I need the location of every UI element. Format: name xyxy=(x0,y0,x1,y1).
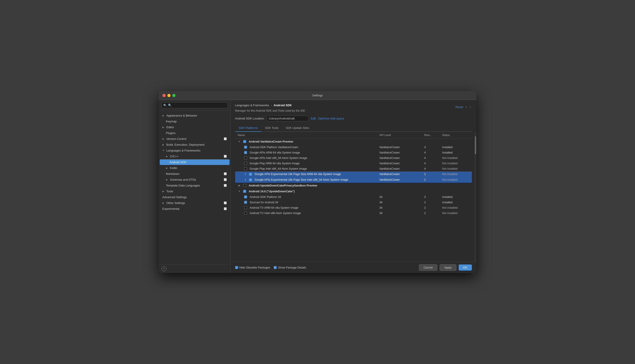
row-checkbox[interactable] xyxy=(244,206,247,209)
table-row[interactable]: Sources for Android 34 34 2 Installed xyxy=(235,200,472,205)
sidebar-item-label: Plugins xyxy=(166,131,176,135)
row-name-text: Android SDK Platform 34 xyxy=(250,196,281,198)
sidebar-item-experimental[interactable]: Experimental ⬜ xyxy=(160,206,229,212)
optimize-disk-button[interactable]: Optimize disk space xyxy=(318,117,344,120)
row-api: VanillaIceCream xyxy=(380,178,424,181)
titlebar: Settings xyxy=(159,91,476,100)
table-row[interactable]: Android TV ARM 64 v8a System Image 34 2 … xyxy=(235,205,472,210)
group-row[interactable]: ▼ Android 14.0 ("UpsideDownCake") xyxy=(235,188,472,194)
row-checkbox[interactable] xyxy=(244,162,247,165)
sidebar-item-languages[interactable]: ▼ Languages & Frameworks xyxy=(160,148,229,153)
col-status: Status xyxy=(442,134,469,137)
window-title: Settings xyxy=(312,94,323,97)
close-button[interactable] xyxy=(162,94,166,97)
tab-sdk-tools[interactable]: SDK Tools xyxy=(261,124,282,132)
sidebar-item-other-settings[interactable]: ▶ Other Settings ⬜ xyxy=(160,200,229,206)
cancel-button[interactable]: Cancel xyxy=(419,264,437,271)
row-rev: 2 xyxy=(424,206,442,209)
sidebar-item-label: Build, Execution, Deployment xyxy=(166,143,205,146)
sidebar-item-kotlin[interactable]: ▶ Kotlin xyxy=(160,165,229,171)
sidebar-item-label: Android SDK xyxy=(170,160,186,164)
sidebar-item-appearance[interactable]: ▶ Appearance & Behavior xyxy=(160,113,229,118)
sidebar-item-keymap[interactable]: Keymap xyxy=(160,118,229,124)
table-row[interactable]: Google APIs Intel x86_64 Atom System Ima… xyxy=(235,155,472,161)
sidebar-item-plugins[interactable]: Plugins xyxy=(160,130,229,136)
group-row[interactable]: ▶ Android UpsideDownCakePrivacySandbox P… xyxy=(235,183,472,188)
scrollbar-thumb[interactable] xyxy=(475,136,476,154)
tab-sdk-update-sites[interactable]: SDK Update Sites xyxy=(282,124,313,132)
sidebar-item-label: Languages & Frameworks xyxy=(166,149,201,152)
row-checkbox[interactable] xyxy=(244,201,247,204)
footer-checkboxes: Hide Obsolete Packages Show Package Deta… xyxy=(235,266,306,269)
group-checkbox[interactable] xyxy=(243,190,246,193)
sidebar-item-schemas[interactable]: ▶ Schemas and DTDs ⬜ xyxy=(160,177,229,182)
group-checkbox[interactable] xyxy=(243,140,246,143)
col-name: Name xyxy=(238,134,380,137)
sidebar-item-template-data[interactable]: Template Data Languages ⬜ xyxy=(160,183,229,188)
group-name: Android VanillaIceCream Preview xyxy=(249,140,293,143)
row-status: Not installed xyxy=(442,156,469,160)
group-name: Android 14.0 ("UpsideDownCake") xyxy=(249,190,295,193)
show-package-item: Show Package Details xyxy=(274,266,306,269)
table-row[interactable]: Google APIs ARM 64 v8a System Image Vani… xyxy=(235,150,472,155)
row-checkbox[interactable] xyxy=(244,212,247,214)
table-row[interactable]: Android SDK Platform VanillaIceCream Van… xyxy=(235,144,472,150)
row-status: Not installed xyxy=(442,206,469,209)
group-row[interactable]: ▼ Android VanillaIceCream Preview xyxy=(235,139,472,144)
table-row[interactable]: Google Play Intel x86_64 Atom System Ima… xyxy=(235,166,472,172)
row-rev: 3 xyxy=(424,146,442,149)
hide-obsolete-checkbox[interactable] xyxy=(235,266,238,269)
sidebar-item-build[interactable]: ▶ Build, Execution, Deployment xyxy=(160,142,229,148)
help-button[interactable]: ? xyxy=(162,266,166,271)
row-name-text: Android TV Intel x86 Atom System Image xyxy=(250,212,301,215)
row-checkbox[interactable] xyxy=(244,156,247,159)
group-checkbox[interactable] xyxy=(243,184,246,187)
sidebar-item-cpp[interactable]: ▶ C/C++ ⬜ xyxy=(160,154,229,159)
sidebar-item-tools[interactable]: ▶ Tools xyxy=(160,188,229,194)
sidebar-item-markdown[interactable]: Markdown ⬜ xyxy=(160,171,229,176)
sidebar-item-editor[interactable]: ▶ Editor xyxy=(160,124,229,130)
group-name: Android UpsideDownCakePrivacySandbox Pre… xyxy=(249,184,317,187)
tab-sdk-platforms[interactable]: SDK Platforms xyxy=(235,124,261,132)
search-input[interactable] xyxy=(162,102,228,108)
sidebar-item-version-control[interactable]: ▶ Version Control ⬜ xyxy=(160,136,229,142)
row-status: Not installed xyxy=(442,172,469,176)
maximize-button[interactable] xyxy=(172,94,175,97)
row-checkbox[interactable] xyxy=(244,167,247,170)
table-row[interactable]: Google Play ARM 64 v8a System Image Vani… xyxy=(235,161,472,166)
row-api: 34 xyxy=(380,206,424,209)
row-checkbox[interactable] xyxy=(249,178,252,181)
table-row-highlighted[interactable]: ⬇ Google APIs Experimental 16k Page Size… xyxy=(235,172,472,177)
search-container: 🔍 xyxy=(159,100,230,111)
table-row[interactable]: Android TV Intel x86 Atom System Image 3… xyxy=(235,210,472,216)
sidebar-nav: ▶ Appearance & Behavior Keymap ▶ Editor … xyxy=(159,111,230,264)
chevron-right-icon: ▶ xyxy=(162,138,165,140)
row-rev: 2 xyxy=(424,201,442,204)
sidebar-item-advanced-settings[interactable]: Advanced Settings xyxy=(160,194,229,200)
reset-button[interactable]: Reset xyxy=(456,105,463,109)
show-package-checkbox[interactable] xyxy=(274,266,277,269)
sidebar-badge: ⬜ xyxy=(224,138,227,140)
sidebar-badge: ⬜ xyxy=(224,155,227,158)
row-checkbox[interactable] xyxy=(244,151,247,154)
panel-header: Languages & Frameworks › Android SDK Man… xyxy=(231,100,476,132)
table-row[interactable]: Android SDK Platform 34 34 3 Installed xyxy=(235,194,472,200)
apply-button[interactable]: Apply xyxy=(440,264,456,271)
ok-button[interactable]: OK xyxy=(459,264,472,270)
edit-button[interactable]: Edit xyxy=(311,117,316,120)
sidebar-item-android-sdk[interactable]: Android SDK xyxy=(160,159,229,165)
row-checkbox[interactable] xyxy=(244,196,247,198)
row-checkbox[interactable] xyxy=(244,146,247,148)
chevron-down-icon: ▼ xyxy=(162,149,165,152)
sidebar-item-label: Other Settings xyxy=(166,201,185,205)
minimize-button[interactable] xyxy=(167,94,171,97)
forward-button[interactable]: › xyxy=(469,104,472,110)
search-wrapper: 🔍 xyxy=(162,102,228,108)
table-row-highlighted[interactable]: ⬇ Google APIs Experimental 16k Page Size… xyxy=(235,177,472,183)
sdk-location-input[interactable] xyxy=(267,116,308,121)
back-button[interactable]: ‹ xyxy=(465,104,468,110)
expand-icon: ▼ xyxy=(238,190,241,193)
row-checkbox[interactable] xyxy=(249,173,252,176)
sidebar-item-label: Advanced Settings xyxy=(162,196,187,199)
row-rev: 4 xyxy=(424,167,442,170)
